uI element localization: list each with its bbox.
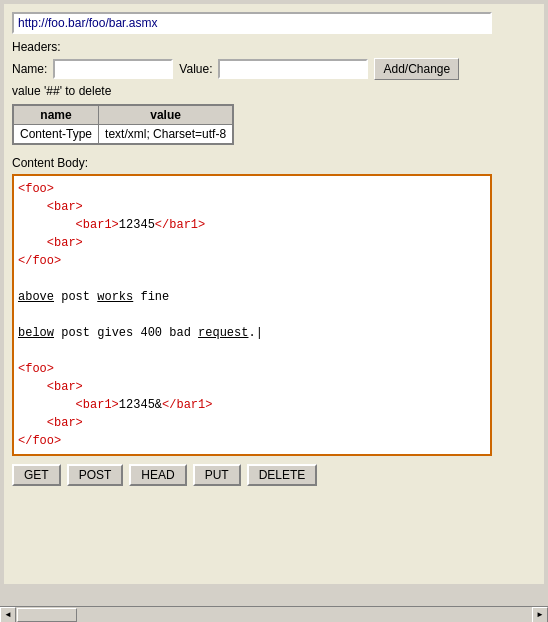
scroll-track[interactable] bbox=[16, 607, 532, 623]
name-label: Name: bbox=[12, 62, 47, 76]
head-button[interactable]: HEAD bbox=[129, 464, 186, 486]
col-header-name: name bbox=[14, 106, 99, 125]
table-cell-name: Content-Type bbox=[14, 125, 99, 144]
url-input[interactable] bbox=[12, 12, 492, 34]
horizontal-scrollbar[interactable]: ◄ ► bbox=[0, 606, 548, 622]
delete-button[interactable]: DELETE bbox=[247, 464, 318, 486]
outer-scroll-container[interactable]: Headers: Name: Value: Add/Change value '… bbox=[0, 0, 548, 606]
add-change-button[interactable]: Add/Change bbox=[374, 58, 459, 80]
table-cell-value: text/xml; Charset=utf-8 bbox=[99, 125, 233, 144]
col-header-value: value bbox=[99, 106, 233, 125]
main-panel: Headers: Name: Value: Add/Change value '… bbox=[4, 4, 544, 584]
headers-row: Name: Value: Add/Change bbox=[12, 58, 536, 80]
scroll-left-button[interactable]: ◄ bbox=[0, 607, 16, 623]
content-body-label: Content Body: bbox=[12, 156, 536, 170]
scroll-thumb[interactable] bbox=[17, 608, 77, 622]
put-button[interactable]: PUT bbox=[193, 464, 241, 486]
content-body-textarea[interactable]: <foo> <bar> <bar1>12345</bar1> <bar> </f… bbox=[12, 174, 492, 456]
buttons-row: GET POST HEAD PUT DELETE bbox=[12, 464, 536, 486]
delete-hint: value '##' to delete bbox=[12, 84, 536, 98]
header-value-input[interactable] bbox=[218, 59, 368, 79]
table-row: Content-Type text/xml; Charset=utf-8 bbox=[14, 125, 233, 144]
header-name-input[interactable] bbox=[53, 59, 173, 79]
post-button[interactable]: POST bbox=[67, 464, 124, 486]
headers-table-container: name value Content-Type text/xml; Charse… bbox=[12, 104, 234, 145]
get-button[interactable]: GET bbox=[12, 464, 61, 486]
scroll-right-button[interactable]: ► bbox=[532, 607, 548, 623]
value-label: Value: bbox=[179, 62, 212, 76]
headers-label: Headers: bbox=[12, 40, 536, 54]
headers-table: name value Content-Type text/xml; Charse… bbox=[13, 105, 233, 144]
